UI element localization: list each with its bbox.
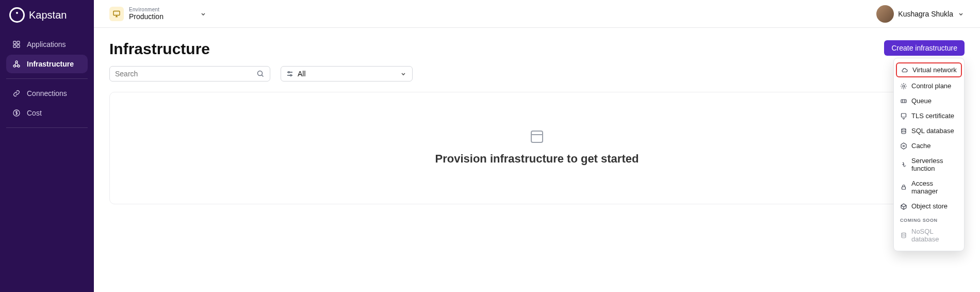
main: Environment Production Kushagra Shukla I… [94,0,980,292]
search-input[interactable] [109,66,270,82]
sidebar-divider [6,127,88,128]
menu-item-label: Access manager [911,180,958,195]
sidebar-item-label: Cost [27,109,42,117]
search-icon [256,70,265,78]
svg-rect-10 [901,100,906,103]
sidebar-item-applications[interactable]: Applications [6,35,88,54]
chevron-down-icon [957,10,965,18]
database-icon [900,232,907,239]
svg-point-18 [288,72,290,73]
svg-point-13 [903,145,905,147]
sidebar-item-connections[interactable]: Connections [6,84,88,103]
queue-icon [900,98,907,105]
gear-icon [900,83,907,90]
create-infrastructure-menu: Virtual network Control plane Queue TLS … [893,58,965,251]
cloud-icon [901,67,908,74]
menu-item-object-store[interactable]: Object store [894,199,964,214]
nav: Applications Infrastructure Connections … [0,32,94,135]
window-icon [531,131,543,143]
svg-point-6 [18,65,20,67]
sliders-icon [286,70,293,77]
menu-item-label: Control plane [911,82,951,90]
function-icon: x [900,161,907,168]
menu-item-virtual-network[interactable]: Virtual network [896,62,962,77]
logo: Kapstan [0,6,94,32]
menu-item-queue[interactable]: Queue [894,93,964,108]
svg-point-5 [13,65,15,67]
svg-point-4 [15,61,18,63]
svg-point-17 [258,71,263,76]
svg-point-19 [290,75,292,76]
svg-point-16 [902,233,906,234]
svg-rect-1 [17,41,20,44]
empty-state-text: Provision infrastructure to get started [435,152,639,166]
content: Infrastructure Create infrastructure Vir… [94,28,980,217]
menu-item-tls-certificate[interactable]: TLS certificate [894,108,964,123]
menu-item-control-plane[interactable]: Control plane [894,78,964,93]
user-menu[interactable]: Kushagra Shukla [876,5,965,23]
svg-text:x: x [904,164,906,167]
search-field[interactable] [115,70,256,78]
menu-item-serverless-function[interactable]: x Serverless function [894,153,964,176]
environment-label: Environment [129,7,164,12]
chevron-down-icon [400,70,407,77]
grid-icon [12,40,21,48]
svg-rect-0 [13,41,16,44]
create-infrastructure-button[interactable]: Create infrastructure [884,40,965,56]
menu-item-access-manager[interactable]: Access manager [894,176,964,199]
menu-item-nosql-database: NoSQL database [894,224,964,247]
svg-rect-8 [113,11,120,15]
menu-item-label: Cache [911,142,931,150]
network-icon [12,60,21,68]
sidebar-item-label: Connections [27,89,67,98]
svg-rect-3 [17,45,20,47]
logo-text: Kapstan [29,9,67,21]
svg-point-12 [902,128,906,130]
environment-value: Production [129,12,164,21]
logo-icon [9,7,25,23]
box-icon [900,203,907,210]
sidebar: Kapstan Applications Infrastructure Conn… [0,0,94,292]
sidebar-item-cost[interactable]: Cost [6,104,88,122]
empty-state-panel: Provision infrastructure to get started [109,92,965,204]
filter-value: All [298,70,306,78]
menu-section-coming-soon: COMING SOON [894,214,964,224]
filter-select[interactable]: All [281,66,413,82]
svg-rect-11 [902,113,906,117]
sidebar-item-infrastructure[interactable]: Infrastructure [6,55,88,73]
menu-item-label: Serverless function [911,157,958,172]
sidebar-item-label: Infrastructure [27,60,74,68]
cache-icon [900,142,907,150]
monitor-icon [109,7,124,21]
menu-item-sql-database[interactable]: SQL database [894,123,964,138]
svg-rect-15 [902,187,906,189]
menu-item-cache[interactable]: Cache [894,138,964,153]
certificate-icon [900,112,907,120]
menu-item-label: TLS certificate [911,112,954,120]
menu-item-label: Virtual network [912,66,957,74]
svg-point-9 [903,85,905,87]
avatar [876,5,894,23]
user-name: Kushagra Shukla [898,10,953,18]
menu-item-label: Queue [911,97,932,105]
database-icon [900,127,907,135]
dollar-icon [12,109,21,117]
menu-item-label: Object store [911,202,948,210]
link-icon [12,89,21,98]
controls: All [109,66,965,82]
topbar: Environment Production Kushagra Shukla [94,0,980,28]
menu-item-label: NoSQL database [911,228,958,243]
environment-selector[interactable]: Environment Production [129,7,164,21]
page-title: Infrastructure [109,40,965,58]
sidebar-divider [6,78,88,79]
lock-icon [900,184,907,191]
menu-item-label: SQL database [911,127,954,135]
chevron-down-icon[interactable] [200,10,207,18]
sidebar-item-label: Applications [27,40,66,48]
svg-rect-2 [13,45,16,47]
